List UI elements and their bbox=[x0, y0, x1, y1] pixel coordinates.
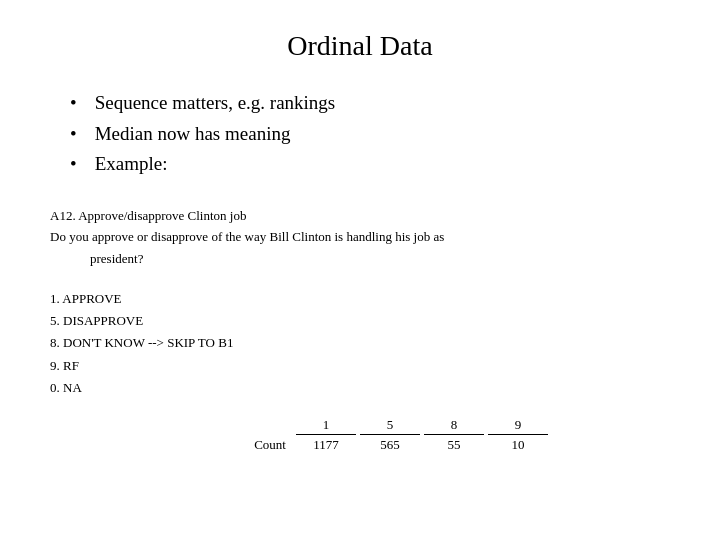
list-item: • Median now has meaning bbox=[70, 121, 670, 148]
bullet-text-1: Sequence matters, e.g. rankings bbox=[95, 90, 336, 117]
question-block: A12. Approve/disapprove Clinton job Do y… bbox=[50, 206, 670, 271]
col-header-5: 5 bbox=[360, 417, 420, 435]
col-header-9: 9 bbox=[488, 417, 548, 435]
list-item: • Sequence matters, e.g. rankings bbox=[70, 90, 670, 117]
question-line1: A12. Approve/disapprove Clinton job bbox=[50, 206, 670, 226]
count-val-9: 10 bbox=[488, 437, 548, 453]
question-line3: president? bbox=[50, 249, 670, 269]
code-8: 8. DON'T KNOW --> SKIP TO B1 bbox=[50, 332, 670, 354]
table-header-row: 1 5 8 9 bbox=[50, 417, 670, 435]
count-val-5: 565 bbox=[360, 437, 420, 453]
bullet-symbol: • bbox=[70, 90, 77, 117]
code-9: 9. RF bbox=[50, 355, 670, 377]
codes-block: 1. APPROVE 5. DISAPPROVE 8. DON'T KNOW -… bbox=[50, 288, 670, 398]
bullet-symbol: • bbox=[70, 151, 77, 178]
bullet-symbol: • bbox=[70, 121, 77, 148]
code-1: 1. APPROVE bbox=[50, 288, 670, 310]
page-title: Ordinal Data bbox=[50, 30, 670, 62]
count-val-8: 55 bbox=[424, 437, 484, 453]
bullet-text-3: Example: bbox=[95, 151, 168, 178]
col-header-8: 8 bbox=[424, 417, 484, 435]
bullet-list: • Sequence matters, e.g. rankings • Medi… bbox=[50, 90, 670, 182]
bullet-text-2: Median now has meaning bbox=[95, 121, 291, 148]
list-item: • Example: bbox=[70, 151, 670, 178]
code-0: 0. NA bbox=[50, 377, 670, 399]
question-line2: Do you approve or disapprove of the way … bbox=[50, 227, 670, 247]
page: Ordinal Data • Sequence matters, e.g. ra… bbox=[0, 0, 720, 540]
col-header-1: 1 bbox=[296, 417, 356, 435]
count-label: Count bbox=[50, 437, 296, 453]
count-val-1: 1177 bbox=[296, 437, 356, 453]
code-5: 5. DISAPPROVE bbox=[50, 310, 670, 332]
table-data-row: Count 1177 565 55 10 bbox=[50, 437, 670, 453]
counts-table: 1 5 8 9 Count 1177 565 55 10 bbox=[50, 417, 670, 453]
